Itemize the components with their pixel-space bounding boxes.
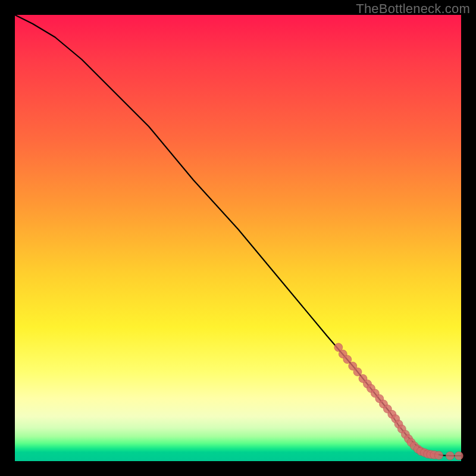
data-point [435,451,443,459]
plot-area [15,15,461,461]
data-point [353,368,362,376]
data-point [446,452,454,460]
scatter-markers [334,343,464,460]
curve-line [15,15,461,456]
chart-frame: TheBottleneck.com [0,0,476,476]
chart-svg [15,15,461,461]
data-point [343,355,352,364]
data-point [455,452,463,460]
